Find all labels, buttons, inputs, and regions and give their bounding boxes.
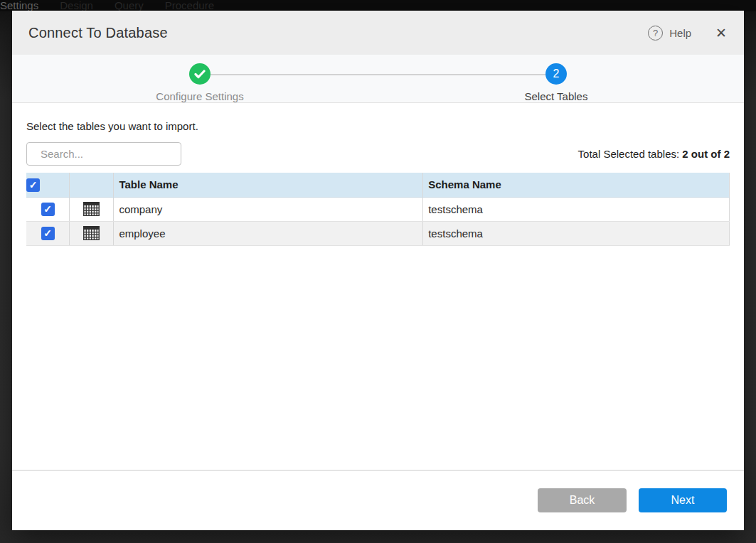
step1-label: Configure Settings bbox=[156, 90, 243, 102]
step-select-tables[interactable]: 2 Select Tables bbox=[478, 63, 634, 102]
tables-list: ✓ Table Name Schema Name ✓ company tests… bbox=[26, 173, 730, 246]
bg-menu-procedure: Procedure bbox=[165, 1, 214, 11]
dialog-footer: Back Next bbox=[12, 470, 744, 530]
next-button[interactable]: Next bbox=[639, 488, 727, 512]
table-grid-icon bbox=[83, 226, 100, 240]
step2-label: Select Tables bbox=[525, 90, 588, 102]
column-header-schema-name[interactable]: Schema Name bbox=[423, 173, 730, 197]
schema-name-cell: testschema bbox=[423, 197, 730, 221]
bg-menu-settings: Settings bbox=[0, 1, 38, 11]
summary-value: 2 out of 2 bbox=[682, 148, 730, 160]
back-button[interactable]: Back bbox=[538, 488, 627, 512]
table-name-cell: company bbox=[114, 197, 423, 221]
table-name-cell: employee bbox=[114, 221, 423, 245]
close-icon[interactable]: ✕ bbox=[715, 26, 727, 40]
wizard-stepper: Configure Settings 2 Select Tables bbox=[12, 55, 744, 103]
dialog-title: Connect To Database bbox=[28, 25, 168, 41]
table-row[interactable]: ✓ employee testschema bbox=[26, 221, 730, 245]
search-row: Total Selected tables: 2 out of 2 bbox=[26, 142, 730, 166]
help-icon: ? bbox=[648, 26, 663, 41]
help-button[interactable]: ? Help bbox=[648, 26, 691, 41]
instruction-text: Select the tables you want to import. bbox=[26, 120, 730, 132]
bg-menu-query: Query bbox=[115, 1, 144, 11]
row-checkbox[interactable]: ✓ bbox=[41, 203, 55, 216]
schema-name-cell: testschema bbox=[423, 221, 730, 245]
step-configure-settings[interactable]: Configure Settings bbox=[122, 63, 278, 102]
summary-label: Total Selected tables: bbox=[578, 148, 683, 160]
column-header-table-name[interactable]: Table Name bbox=[114, 173, 423, 197]
row-checkbox[interactable]: ✓ bbox=[41, 227, 55, 240]
table-row[interactable]: ✓ company testschema bbox=[26, 197, 730, 221]
dialog-header: Connect To Database ? Help ✕ bbox=[12, 11, 744, 55]
selected-tables-summary: Total Selected tables: 2 out of 2 bbox=[578, 148, 730, 160]
search-input[interactable] bbox=[41, 148, 182, 160]
step2-number-badge: 2 bbox=[545, 63, 567, 85]
table-grid-icon bbox=[83, 202, 100, 216]
dialog-content: Select the tables you want to import. To… bbox=[12, 103, 744, 246]
help-label: Help bbox=[669, 27, 691, 39]
bg-menu-design: Design bbox=[60, 1, 93, 11]
connect-to-database-dialog: Connect To Database ? Help ✕ Configure S… bbox=[12, 11, 744, 530]
step1-completed-check-icon bbox=[189, 63, 211, 85]
table-header-row: ✓ Table Name Schema Name bbox=[26, 173, 730, 197]
search-box[interactable] bbox=[26, 142, 181, 166]
select-all-checkbox[interactable]: ✓ bbox=[26, 178, 40, 192]
background-menubar: Settings Design Query Procedure bbox=[0, 0, 756, 11]
